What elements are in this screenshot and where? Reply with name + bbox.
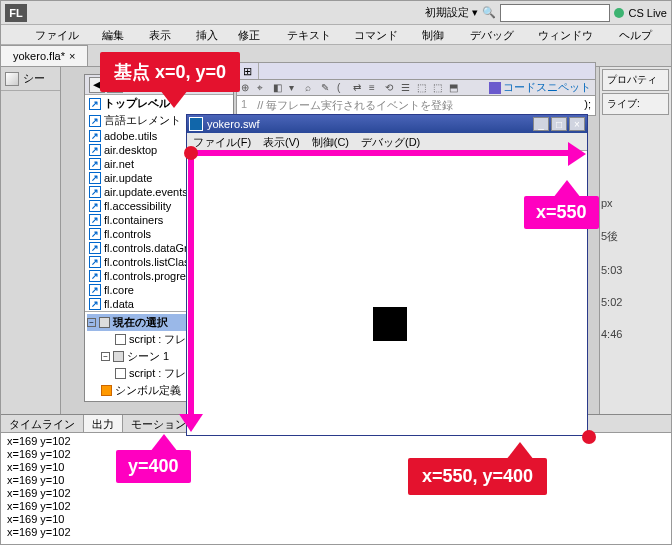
swf-menu-control[interactable]: 制御(C) [306,133,355,150]
arrowhead-down-icon [179,414,203,432]
close-button[interactable]: × [569,117,585,131]
flash-file-icon [189,117,203,131]
scene-icon [113,351,124,362]
package-icon: ↗ [89,98,101,110]
menu-view[interactable]: 表示(V) [143,25,190,44]
scene-label[interactable]: シー [1,67,60,91]
package-icon: ↗ [89,284,101,296]
tab-timeline[interactable]: タイムライン [1,415,84,432]
tool-icon[interactable]: ⌖ [257,82,269,94]
menu-command[interactable]: コマンド(C) [348,25,416,44]
package-icon: ↗ [89,200,101,212]
cs-live-button[interactable]: CS Live [614,7,667,19]
tool-icon[interactable]: ⌕ [305,82,317,94]
tree-collapse-icon[interactable]: − [101,352,110,361]
tool-icon[interactable]: ≡ [369,82,381,94]
nav-back-icon[interactable]: ◀ [89,77,105,93]
tool-icon[interactable]: ( [337,82,349,94]
y-axis-arrow [188,150,194,415]
tree-item[interactable]: シーン 1 [127,349,169,364]
package-icon: ↗ [89,144,101,156]
package-icon: ↗ [89,172,101,184]
tool-icon[interactable]: ⬒ [449,82,461,94]
swf-menu-view[interactable]: 表示(V) [257,133,306,150]
menu-file[interactable]: ファイル(F) [29,25,96,44]
tool-icon[interactable]: ⟲ [385,82,397,94]
swf-menubar: ファイル(F) 表示(V) 制御(C) デバッグ(D) [187,133,587,151]
app-logo: FL [5,4,27,22]
property-values: px 5後 5:03 5:02 4:46 [601,177,667,360]
tree-collapse-icon[interactable]: − [87,318,96,327]
menu-text[interactable]: テキスト(T) [281,25,348,44]
code-snippets-button[interactable]: コードスニペット [489,80,591,95]
tool-icon[interactable]: ◧ [273,82,285,94]
package-icon: ↗ [89,186,101,198]
symbol-icon [101,385,112,396]
tool-icon[interactable]: ✎ [321,82,333,94]
maximize-button[interactable]: □ [551,117,567,131]
frame-icon [115,334,126,345]
right-panel: プロパティ ライブ: px 5後 5:03 5:02 4:46 [599,67,671,414]
doc-icon[interactable]: ⊞ [237,63,259,79]
tool-icon[interactable]: ⬚ [433,82,445,94]
nav-forward-icon[interactable]: ▶ [107,77,123,93]
package-icon: ↗ [89,130,101,142]
menu-debug[interactable]: デバッグ(D) [464,25,532,44]
panel-library[interactable]: ライブ: [602,93,669,115]
menu-insert[interactable]: 挿入(I) [190,25,233,44]
output-area[interactable]: x=169 y=102 x=169 y=102 x=169 y=10 x=169… [1,433,671,544]
menu-edit[interactable]: 編集(E) [96,25,143,44]
line-number: 1 [241,98,247,113]
panel-properties[interactable]: プロパティ [602,69,669,91]
package-icon: ↗ [89,298,101,310]
tool-icon[interactable]: ⊕ [241,82,253,94]
code-toolbar: ⊕ ⌖ ◧ ▾ ⌕ ✎ ( ⇄ ≡ ⟲ ☰ ⬚ ⬚ ⬒ コードスニペット [236,80,596,96]
package-icon: ↗ [89,242,101,254]
frame-icon [115,368,126,379]
menubar: ファイル(F) 編集(E) 表示(V) 挿入(I) 修正(M) テキスト(T) … [1,25,671,45]
tree-item[interactable]: シンボル定義 [115,383,181,398]
menu-modify[interactable]: 修正(M) [232,25,281,44]
package-icon: ↗ [89,158,101,170]
menu-window[interactable]: ウィンドウ(W) [532,25,613,44]
selection-icon [99,317,110,328]
swf-titlebar[interactable]: yokero.swf _ □ × [187,115,587,133]
search-icon: 🔍 [482,6,496,19]
x-axis-arrow [189,150,569,156]
close-icon[interactable]: × [69,50,75,62]
minimize-button[interactable]: _ [533,117,549,131]
workspace-dropdown[interactable]: 初期設定 ▾ [425,5,478,20]
scene-panel: シー [1,67,61,414]
package-icon: ↗ [89,115,101,127]
code-editor[interactable]: 1 // 毎フレーム実行されるイベントを登録 ); [236,96,596,116]
package-icon: ↗ [89,256,101,268]
black-square-shape [373,307,407,341]
menu-control[interactable]: 制御(O) [416,25,464,44]
top-bar: FL 初期設定 ▾ 🔍 CS Live [1,1,671,25]
list-item[interactable]: ↗トップレベル [85,95,233,112]
tab-document[interactable]: yokero.fla* × [1,45,88,66]
tool-icon[interactable]: ⇄ [353,82,365,94]
search-input[interactable] [500,4,610,22]
code-comment: // 毎フレーム実行されるイベントを登録 [257,98,453,113]
package-icon: ↗ [89,214,101,226]
arrowhead-right-icon [568,142,586,166]
code-doc-icons: ⊞ [236,62,596,80]
snippet-icon [489,82,501,94]
package-icon: ↗ [89,270,101,282]
package-icon: ↗ [89,228,101,240]
tool-icon[interactable]: ▾ [289,82,301,94]
swf-preview-window: yokero.swf _ □ × ファイル(F) 表示(V) 制御(C) デバッ… [186,114,588,436]
swf-menu-debug[interactable]: デバッグ(D) [355,133,426,150]
tab-output[interactable]: 出力 [84,415,123,432]
menu-help[interactable]: ヘルプ(H) [613,25,671,44]
tool-icon[interactable]: ⬚ [417,82,429,94]
tool-icon[interactable]: ☰ [401,82,413,94]
status-dot-icon [614,8,624,18]
swf-menu-file[interactable]: ファイル(F) [187,133,257,150]
swf-stage[interactable] [187,151,587,435]
code-text: ); [584,98,591,113]
scene-icon [5,72,19,86]
